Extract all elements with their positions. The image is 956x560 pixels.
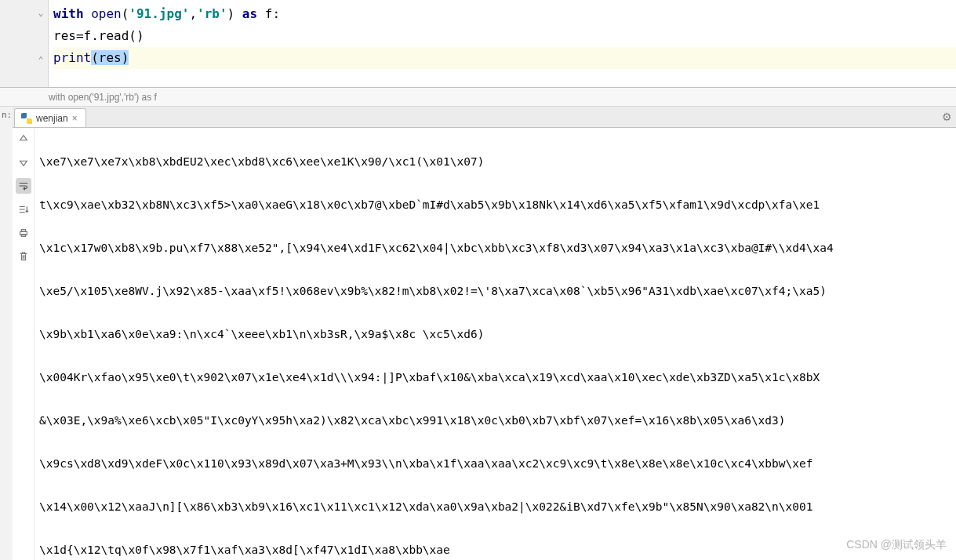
console-line: \x9b\xb1\xa6\x0e\xa9:\n\xc4`\xeee\xb1\n\… — [39, 324, 951, 346]
gear-icon[interactable]: ⚙ — [940, 111, 953, 123]
arrow-down-icon[interactable] — [16, 155, 31, 170]
console-line: \x14\x00\x12\xaaJ\n][\x86\xb3\xb9\x16\xc… — [39, 496, 951, 518]
console-line: \x004Kr\xfao\x95\xe0\t\x902\x07\x1e\xe4\… — [39, 367, 951, 389]
code-editor[interactable]: ⌄ ⌃ with open('91.jpg','rb') as f: res=f… — [0, 0, 956, 88]
console-line: &\x03E,\x9a%\xe6\xcb\x05"I\xc0yY\x95h\xa… — [39, 410, 951, 432]
arrow-up-icon[interactable] — [16, 131, 31, 147]
code-lines[interactable]: with open('91.jpg','rb') as f: res=f.rea… — [49, 0, 956, 87]
code-line[interactable]: res=f.read() — [53, 25, 956, 47]
svg-rect-1 — [21, 230, 25, 232]
code-line[interactable]: print(res) — [53, 47, 956, 69]
console-line: \xe5/\x105\xe8WV.j\x92\x85-\xaa\xf5!\x06… — [39, 281, 951, 303]
tab-wenjian[interactable]: wenjian × — [14, 108, 86, 127]
print-icon[interactable] — [16, 225, 31, 241]
python-icon — [21, 113, 32, 124]
breadcrumb[interactable]: with open('91.jpg','rb') as f — [0, 88, 956, 107]
console-line: \x1d{\x12\tq\x0f\x98\x7f1\xaf\xa3\x8d[\x… — [39, 540, 951, 561]
tab-bar: wenjian × ⚙ — [13, 107, 956, 128]
console-line: \xe7\xe7\xe7x\xb8\xbdEU2\xec\xbd8\xc6\xe… — [39, 151, 951, 173]
console-output[interactable]: \xe7\xe7\xe7x\xb8\xbdEU2\xec\xbd8\xc6\xe… — [35, 128, 956, 560]
left-rail: n: — [0, 107, 13, 560]
console-line: \x9cs\xd8\xd9\xdeF\x0c\x110\x93\x89d\x07… — [39, 453, 951, 475]
watermark: CSDN @测试领头羊 — [846, 534, 947, 556]
console-line: \x1c\x17w0\xb8\x9b.pu\xf7\x88\xe52",[\x9… — [39, 238, 951, 260]
fold-icon[interactable]: ⌄ — [35, 8, 46, 19]
scroll-icon[interactable] — [16, 202, 31, 217]
trash-icon[interactable] — [16, 249, 31, 264]
console-line: t\xc9\xae\xb32\xb8N\xc3\xf5>\xa0\xaeG\x1… — [39, 195, 951, 216]
code-line[interactable]: with open('91.jpg','rb') as f: — [53, 3, 956, 25]
breadcrumb-text: with open('91.jpg','rb') as f — [49, 92, 157, 103]
run-label: n: — [2, 110, 11, 120]
fold-end-icon[interactable]: ⌃ — [35, 55, 46, 66]
gutter: ⌄ ⌃ — [0, 0, 49, 87]
tool-column — [13, 128, 35, 560]
close-icon[interactable]: × — [72, 113, 78, 124]
tab-label: wenjian — [36, 113, 68, 124]
wrap-icon[interactable] — [16, 178, 31, 194]
